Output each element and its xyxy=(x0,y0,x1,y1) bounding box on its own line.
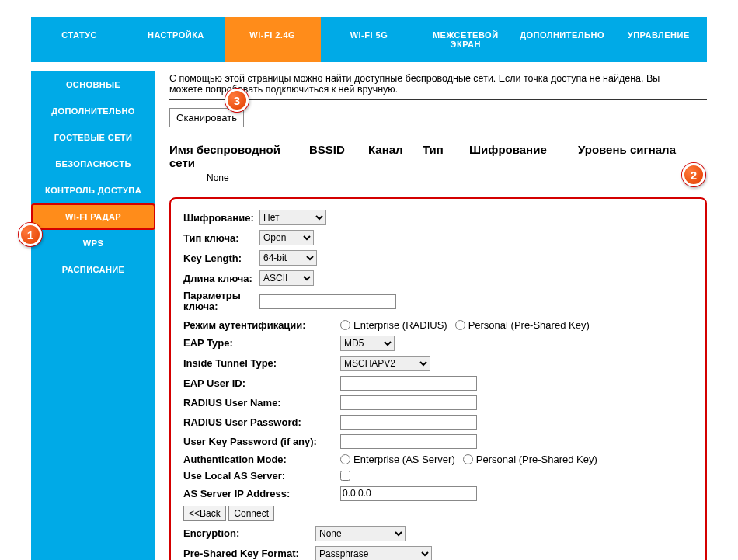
userkeypw-input[interactable] xyxy=(340,434,477,449)
sidebar-item-guest[interactable]: ГОСТЕВЫЕ СЕТИ xyxy=(31,124,155,151)
radiususer-input[interactable] xyxy=(340,395,477,410)
keyparams-label: Параметры ключа: xyxy=(183,290,259,313)
col-channel: Канал xyxy=(368,143,407,169)
authmode-enterprise-text: Enterprise (RADIUS) xyxy=(353,319,447,331)
sidebar-item-radar[interactable]: WI-FI РАДАР xyxy=(31,203,155,230)
col-signal: Уровень сигнала xyxy=(578,143,687,169)
col-type: Тип xyxy=(423,143,454,169)
asip-input[interactable] xyxy=(340,486,477,501)
nav-firewall[interactable]: МЕЖСЕТЕВОЙ ЭКРАН xyxy=(417,17,513,62)
authmode-personal-radio[interactable] xyxy=(455,320,465,330)
userkeypw-label: User Key Password (if any): xyxy=(183,436,340,447)
nav-setup[interactable]: НАСТРОЙКА xyxy=(127,17,224,62)
tunnel-select[interactable]: MSCHAPV2 xyxy=(340,356,430,371)
divider xyxy=(169,99,707,100)
authmode-label: Режим аутентификации: xyxy=(183,319,340,331)
eapuser-input[interactable] xyxy=(340,376,477,391)
encryption-label: Шифрование: xyxy=(183,212,259,224)
keytype-label: Тип ключа: xyxy=(183,232,259,244)
intro-text: С помощью этой страницы можно найти дост… xyxy=(169,73,707,95)
pskfmt-select[interactable]: Passphrase xyxy=(315,546,432,560)
keyformat-label: Длина ключа: xyxy=(183,273,259,284)
authmode2-personal-radio[interactable] xyxy=(463,454,473,464)
nav-status[interactable]: СТАТУС xyxy=(31,17,127,62)
col-ssid: Имя беспроводной сети xyxy=(169,143,294,169)
authmode2-label: Authentication Mode: xyxy=(183,454,340,465)
keylength-select[interactable]: 64-bit xyxy=(259,250,317,266)
connection-form: Шифрование: Нет Тип ключа: Open Key Leng… xyxy=(169,197,707,560)
sidebar-item-advanced[interactable]: ДОПОЛНИТЕЛЬНО xyxy=(31,98,155,124)
tunnel-label: Inside Tunnel Type: xyxy=(183,357,340,369)
keyformat-select[interactable]: ASCII xyxy=(259,270,314,286)
nav-management[interactable]: УПРАВЛЕНИЕ xyxy=(611,17,707,62)
sidebar-item-basic[interactable]: ОСНОВНЫЕ xyxy=(31,71,155,98)
authmode-personal-text: Personal (Pre-Shared Key) xyxy=(468,319,590,331)
uselocal-label: Use Local AS Server: xyxy=(183,470,340,482)
sidebar: ОСНОВНЫЕ ДОПОЛНИТЕЛЬНО ГОСТЕВЫЕ СЕТИ БЕЗ… xyxy=(31,71,155,560)
annotation-marker-3: 3 xyxy=(225,89,249,112)
keytype-select[interactable]: Open xyxy=(259,230,314,245)
authmode-enterprise-radio[interactable] xyxy=(340,320,350,330)
authmode2-personal-text: Personal (Pre-Shared Key) xyxy=(476,454,597,465)
scan-result-none: None xyxy=(169,172,707,183)
sidebar-item-wps[interactable]: WPS xyxy=(31,230,155,256)
back-button-1[interactable]: <<Back xyxy=(183,506,226,521)
sidebar-item-access[interactable]: КОНТРОЛЬ ДОСТУПА xyxy=(31,177,155,203)
radiuspw-input[interactable] xyxy=(340,415,477,430)
annotation-marker-1: 1 xyxy=(19,223,42,246)
main-content: С помощью этой страницы можно найти дост… xyxy=(169,71,707,560)
pskfmt-label: Pre-Shared Key Format: xyxy=(183,548,315,559)
annotation-marker-2: 2 xyxy=(682,163,705,186)
connect-button-1[interactable]: Connect xyxy=(228,506,274,521)
sidebar-item-schedule[interactable]: РАСПИСАНИЕ xyxy=(31,256,155,283)
authmode2-enterprise-text: Enterprise (AS Server) xyxy=(353,454,455,465)
eapuser-label: EAP User ID: xyxy=(183,377,340,389)
scan-table-header: Имя беспроводной сети BSSID Канал Тип Ши… xyxy=(169,143,707,169)
enc2-label: Encryption: xyxy=(183,527,315,539)
nav-wifi5g[interactable]: WI-FI 5G xyxy=(321,17,417,62)
enc2-select[interactable]: None xyxy=(315,526,406,541)
authmode2-enterprise-radio[interactable] xyxy=(340,454,350,464)
eaptype-select[interactable]: MD5 xyxy=(340,336,395,351)
keyparams-input[interactable] xyxy=(259,294,396,309)
encryption-select[interactable]: Нет xyxy=(259,210,326,225)
radiuspw-label: RADIUS User Password: xyxy=(183,416,340,428)
nav-advanced[interactable]: ДОПОЛНИТЕЛЬНО xyxy=(513,17,610,62)
nav-wifi24g[interactable]: WI-FI 2.4G xyxy=(225,17,321,62)
asip-label: AS Server IP Address: xyxy=(183,488,340,499)
col-bssid: BSSID xyxy=(309,143,353,169)
sidebar-item-security[interactable]: БЕЗОПАСНОСТЬ xyxy=(31,151,155,177)
top-nav: СТАТУС НАСТРОЙКА WI-FI 2.4G WI-FI 5G МЕЖ… xyxy=(31,17,707,62)
keylength-label: Key Length: xyxy=(183,252,259,264)
uselocal-checkbox[interactable] xyxy=(340,471,350,481)
col-encryption: Шифрование xyxy=(469,143,562,169)
eaptype-label: EAP Type: xyxy=(183,337,340,349)
radiususer-label: RADIUS User Name: xyxy=(183,397,340,409)
